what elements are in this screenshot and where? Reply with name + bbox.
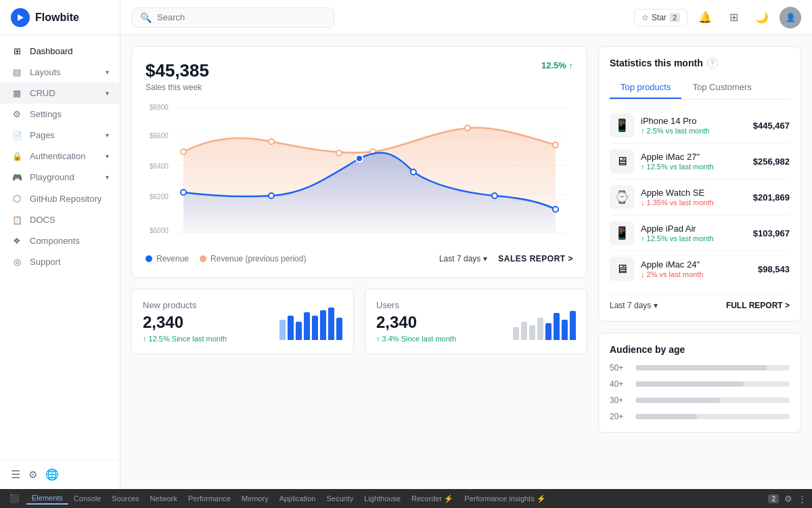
- devtools-tab-application[interactable]: Application: [274, 493, 321, 504]
- legend-previous: Revenue (previous period): [200, 254, 306, 263]
- age-row-20: 20+: [610, 412, 790, 421]
- devtools-tab-perf-insights[interactable]: Performance insights ⚡: [459, 493, 551, 505]
- center-column: $45,385 Sales this week 12.5% ↑ $6800 $6…: [131, 46, 587, 478]
- sidebar-item-playground[interactable]: 🎮 Playground ▾: [0, 167, 120, 188]
- product-name: iPhone 14 Pro: [641, 116, 746, 126]
- product-name: Apple Watch SE: [641, 188, 746, 198]
- devtools-tab-performance[interactable]: Performance: [183, 493, 236, 504]
- product-price: $256,982: [753, 156, 790, 167]
- svg-point-21: [492, 193, 497, 198]
- product-name: Apple iMac 27": [641, 152, 746, 162]
- sidebar-item-settings[interactable]: ⚙ Settings: [0, 104, 120, 125]
- tab-top-products[interactable]: Top products: [610, 77, 681, 99]
- sidebar-item-authentication[interactable]: 🔒 Authentication ▾: [0, 146, 120, 167]
- new-products-title: New products: [143, 300, 227, 310]
- sidebar-item-github[interactable]: ⬡ GitHub Repository: [0, 188, 120, 209]
- svg-text:$6400: $6400: [150, 163, 168, 170]
- search-container: 🔍: [120, 7, 623, 28]
- dashboard-icon: ⊞: [11, 46, 23, 56]
- product-change-imac27: ↑ 12.5% vs last month: [641, 163, 746, 171]
- product-image-watch: ⌚: [610, 185, 634, 209]
- age-row-40: 40+: [610, 379, 790, 389]
- age-bar-40: [635, 381, 744, 387]
- product-image-ipad: 📱: [610, 221, 634, 245]
- svg-text:$6800: $6800: [150, 104, 168, 111]
- product-change-ipad: ↑ 12.5% vs last month: [641, 234, 746, 242]
- stats-period-select[interactable]: Last 7 days ▾: [610, 301, 658, 310]
- new-products-value: 2,340: [143, 313, 227, 332]
- avatar[interactable]: 👤: [780, 7, 801, 28]
- info-icon: ?: [707, 58, 718, 68]
- product-change-watch: ↓ 1.35% vs last month: [641, 198, 746, 207]
- devtools-tab-security[interactable]: Security: [321, 493, 359, 504]
- page-content: $45,385 Sales this week 12.5% ↑ $6800 $6…: [120, 35, 812, 489]
- crud-chevron: ▾: [106, 89, 109, 97]
- new-products-change: ↑ 12.5% Since last month: [143, 335, 227, 343]
- chevron-down-icon: ▾: [483, 254, 487, 263]
- users-card: Users 2,340 ↑ 3.4% Since last month: [365, 289, 587, 354]
- dark-mode-icon[interactable]: 🌙: [751, 7, 773, 28]
- svg-point-20: [411, 169, 416, 175]
- devtools-badge: 2: [768, 494, 779, 503]
- layouts-icon: ▤: [11, 67, 23, 77]
- pages-chevron: ▾: [106, 131, 109, 139]
- sales-report-link[interactable]: SALES REPORT >: [498, 254, 573, 263]
- playground-icon: 🎮: [11, 173, 23, 182]
- notification-icon[interactable]: 🔔: [694, 7, 716, 28]
- age-bar-20: [635, 414, 697, 419]
- grid-icon[interactable]: ⊞: [723, 7, 744, 28]
- period-select[interactable]: Last 7 days ▾: [439, 254, 487, 263]
- sidebar-item-components[interactable]: ❖ Components: [0, 230, 120, 251]
- devtools-tab-memory[interactable]: Memory: [236, 493, 274, 504]
- sidebar-bottom-bars-icon[interactable]: ☰: [11, 468, 20, 481]
- age-label-20: 20+: [610, 412, 630, 421]
- product-row: ⌚ Apple Watch SE ↓ 1.35% vs last month $…: [610, 179, 790, 215]
- svg-marker-0: [18, 14, 24, 21]
- tab-top-customers[interactable]: Top Customers: [681, 77, 762, 99]
- crud-icon: ▦: [11, 88, 23, 98]
- devtools-panel-icon[interactable]: ⬛: [5, 494, 24, 503]
- sidebar-bottom-settings-icon[interactable]: ⚙: [28, 469, 37, 481]
- devtools-tab-lighthouse[interactable]: Lighthouse: [359, 493, 406, 504]
- product-row: 🖥 Apple iMac 27" ↑ 12.5% vs last month $…: [610, 144, 790, 179]
- header: Flowbite 🔍 ☆ Star 2 🔔 ⊞ 🌙 👤: [0, 0, 812, 35]
- play-icon: [16, 13, 25, 22]
- legend-revenue: Revenue: [145, 254, 189, 263]
- star-label: Star: [652, 13, 667, 22]
- product-image-iphone: 📱: [610, 113, 634, 137]
- users-title: Users: [376, 300, 456, 310]
- revenue-card: $45,385 Sales this week 12.5% ↑ $6800 $6…: [131, 46, 587, 278]
- devtools-more-icon[interactable]: ⋮: [798, 494, 807, 504]
- sidebar-item-dashboard[interactable]: ⊞ Dashboard: [0, 41, 120, 62]
- product-row: 🖥 Apple iMac 24" ↓ 2% vs last month $98,…: [610, 251, 790, 287]
- logo-icon: [11, 8, 30, 27]
- devtools-settings-icon[interactable]: ⚙: [784, 494, 792, 504]
- new-products-card: New products 2,340 ↑ 12.5% Since last mo…: [131, 289, 354, 354]
- svg-point-11: [181, 149, 186, 154]
- sidebar-item-docs[interactable]: 📋 DOCS: [0, 209, 120, 230]
- search-input[interactable]: [157, 12, 325, 22]
- sidebar-item-layouts[interactable]: ▤ Layouts ▾: [0, 62, 120, 83]
- devtools-actions: 2 ⚙ ⋮: [768, 494, 807, 504]
- audience-card: Audience by age 50+ 40+: [598, 333, 801, 433]
- sidebar-item-pages[interactable]: 📄 Pages ▾: [0, 125, 120, 146]
- sidebar-item-support[interactable]: ◎ Support: [0, 251, 120, 272]
- statistics-card: Statistics this month ? Top products Top…: [598, 46, 801, 322]
- sidebar-item-crud[interactable]: ▦ CRUD ▾: [0, 83, 120, 104]
- star-button[interactable]: ☆ Star 2: [634, 9, 687, 26]
- stats-chevron-down-icon: ▾: [654, 301, 658, 310]
- playground-chevron: ▾: [106, 173, 109, 181]
- search-box[interactable]: 🔍: [131, 7, 334, 28]
- sidebar-bottom-flag-icon[interactable]: 🌐: [45, 468, 59, 481]
- age-label-40: 40+: [610, 379, 630, 389]
- products-list: 📱 iPhone 14 Pro ↑ 2.5% vs last month $44…: [610, 108, 790, 287]
- devtools-tab-recorder[interactable]: Recorder ⚡: [406, 493, 459, 505]
- full-report-link[interactable]: FULL REPORT >: [726, 301, 790, 310]
- devtools-tab-console[interactable]: Console: [68, 493, 106, 504]
- sidebar-nav: ⊞ Dashboard ▤ Layouts ▾ ▦ CRUD ▾ ⚙ Setti…: [0, 35, 120, 459]
- devtools-tab-network[interactable]: Network: [145, 493, 183, 504]
- logo-text: Flowbite: [35, 12, 79, 24]
- svg-point-22: [553, 207, 558, 212]
- devtools-tab-sources[interactable]: Sources: [106, 493, 144, 504]
- devtools-tab-elements[interactable]: Elements: [26, 492, 68, 505]
